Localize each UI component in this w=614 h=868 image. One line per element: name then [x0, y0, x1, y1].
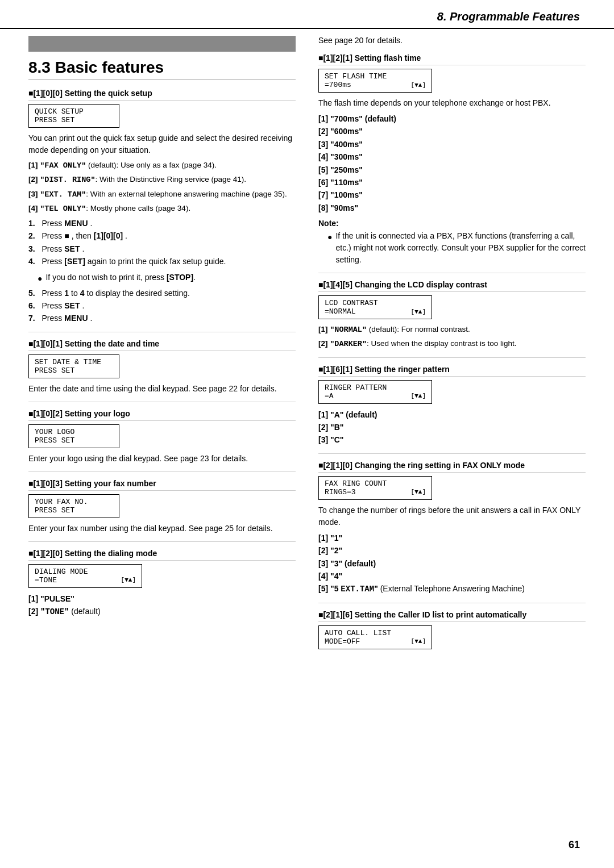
- logo-section: ■[1][0][2] Setting your logo YOUR LOGO P…: [28, 409, 296, 465]
- fax-number-line2: PRESS SET: [35, 506, 113, 515]
- auto-call-title: ■[2][1][6] Setting the Caller ID list to…: [318, 610, 586, 622]
- quick-setup-opt3: [3] "EXT. TAM": With an external telepho…: [28, 189, 296, 201]
- date-time-line2: PRESS SET: [35, 366, 113, 375]
- flash-opt4: [4] "300ms": [318, 151, 586, 163]
- fax-ring-display: FAX RING COUNT RINGS=3 [▼▲]: [318, 476, 432, 500]
- flash-time-display: SET FLASH TIME =700ms [▼▲]: [318, 69, 432, 93]
- see-page: See page 20 for details.: [318, 35, 586, 47]
- right-column: See page 20 for details. ■[1][2][1] Sett…: [318, 29, 586, 658]
- flash-time-section: ■[1][2][1] Setting flash time SET FLASH …: [318, 53, 586, 266]
- step-2: 2. Press ■, then [1][0][0].: [28, 229, 296, 242]
- lcd-contrast-display: LCD CONTRAST =NORMAL [▼▲]: [318, 295, 432, 319]
- logo-title: ■[1][0][2] Setting your logo: [28, 409, 296, 421]
- lcd-contrast-line2-row: =NORMAL [▼▲]: [325, 307, 426, 316]
- fax-ring-opt3: [3] "3" (default): [318, 557, 586, 570]
- lcd-contrast-value: =NORMAL: [325, 307, 356, 316]
- quick-setup-title: ■[1][0][0] Setting the quick setup: [28, 89, 296, 101]
- fax-ring-arrows: [▼▲]: [411, 489, 426, 495]
- flash-time-line2-row: =700ms [▼▲]: [325, 81, 426, 89]
- divider-2: [28, 402, 296, 402]
- ringer-pattern-arrows: [▼▲]: [411, 393, 426, 399]
- divider-3: [28, 471, 296, 472]
- dialing-mode-section: ■[1][2][0] Setting the dialing mode DIAL…: [28, 549, 296, 619]
- flash-opt8: [8] "90ms": [318, 202, 586, 214]
- ringer-pattern-section: ■[1][6][1] Setting the ringer pattern RI…: [318, 365, 586, 446]
- lcd-contrast-title: ■[1][4][5] Changing the LCD display cont…: [318, 280, 586, 292]
- dialing-mode-value: =TONE: [35, 576, 57, 585]
- auto-call-display: AUTO CALL. LIST MODE=OFF [▼▲]: [318, 625, 432, 649]
- step-7: 7. Press MENU.: [28, 312, 296, 324]
- fax-ring-body: To change the number of rings before the…: [318, 504, 586, 528]
- quick-setup-steps-cont: 5. Press 1 to 4 to display the desired s…: [28, 287, 296, 325]
- flash-note-dot: ●: [327, 231, 332, 266]
- date-time-title: ■[1][0][1] Setting the date and time: [28, 339, 296, 351]
- lcd-contrast-arrows: [▼▲]: [411, 308, 426, 315]
- lcd-contrast-line1: LCD CONTRAST: [325, 299, 426, 307]
- date-time-line1: SET DATE & TIME: [35, 358, 113, 366]
- fax-ring-opt1: [1] "1": [318, 532, 586, 544]
- ringer-pattern-display: RINGER PATTERN =A [▼▲]: [318, 380, 432, 404]
- fax-ring-opt5: [5] "5 EXT.TAM" (External Telephone Answ…: [318, 582, 586, 595]
- quick-setup-steps: 1. Press MENU. 2. Press ■, then [1][0][0…: [28, 217, 296, 268]
- divider-r2: [318, 357, 586, 358]
- ringer-pattern-line1: RINGER PATTERN: [325, 383, 426, 392]
- flash-time-value: =700ms: [325, 81, 351, 89]
- logo-line1: YOUR LOGO: [35, 428, 113, 436]
- flash-opt7: [7] "100ms": [318, 189, 586, 201]
- flash-opt6: [6] "110ms": [318, 176, 586, 189]
- section-gray-bar: [28, 36, 296, 52]
- fax-ring-value: RINGS=3: [325, 488, 356, 496]
- bullet-stop-text: If you do not wish to print it, press [S…: [45, 272, 196, 285]
- fax-number-line1: YOUR FAX NO.: [35, 498, 113, 506]
- quick-setup-display: QUICK SETUP PRESS SET: [28, 104, 119, 128]
- flash-time-arrows: [▼▲]: [411, 82, 426, 89]
- step-4: 4. Press [SET] again to print the quick …: [28, 255, 296, 268]
- section-main-title: 8.3 Basic features: [28, 59, 296, 80]
- fax-ring-section: ■[2][1][0] Changing the ring setting in …: [318, 461, 586, 596]
- logo-display: YOUR LOGO PRESS SET: [28, 424, 119, 448]
- flash-note-text: If the unit is connected via a PBX, PBX …: [335, 230, 586, 266]
- dialing-mode-title: ■[1][2][0] Setting the dialing mode: [28, 549, 296, 561]
- quick-setup-section: ■[1][0][0] Setting the quick setup QUICK…: [28, 89, 296, 325]
- dialing-mode-arrows: [▼▲]: [121, 577, 136, 583]
- divider-r1: [318, 273, 586, 273]
- quick-setup-opt2: [2] "DIST. RING": With the Distinctive R…: [28, 174, 296, 186]
- quick-setup-line1: QUICK SETUP: [35, 107, 113, 116]
- auto-call-value: MODE=OFF: [325, 637, 360, 646]
- ringer-pattern-value: =A: [325, 392, 334, 400]
- fax-number-section: ■[1][0][3] Setting your fax number YOUR …: [28, 479, 296, 535]
- ringer-opt3: [3] "C": [318, 433, 586, 446]
- quick-setup-body: You can print out the quick fax setup gu…: [28, 132, 296, 156]
- fax-ring-opt2: [2] "2": [318, 544, 586, 557]
- flash-note-bullet: ● If the unit is connected via a PBX, PB…: [327, 230, 586, 266]
- page-number: 61: [569, 839, 580, 851]
- divider-r3: [318, 453, 586, 454]
- auto-call-line2-row: MODE=OFF [▼▲]: [325, 637, 426, 646]
- logo-line2: PRESS SET: [35, 436, 113, 445]
- date-time-body: Enter the date and time using the dial k…: [28, 383, 296, 395]
- date-time-section: ■[1][0][1] Setting the date and time SET…: [28, 339, 296, 395]
- logo-body: Enter your logo using the dial keypad. S…: [28, 453, 296, 465]
- bullet-stop: ● If you do not wish to print it, press …: [38, 272, 296, 285]
- fax-ring-title: ■[2][1][0] Changing the ring setting in …: [318, 461, 586, 473]
- auto-call-arrows: [▼▲]: [411, 638, 426, 645]
- step-1: 1. Press MENU.: [28, 217, 296, 229]
- fax-number-title: ■[1][0][3] Setting your fax number: [28, 479, 296, 491]
- fax-ring-line2-row: RINGS=3 [▼▲]: [325, 488, 426, 496]
- lcd-contrast-section: ■[1][4][5] Changing the LCD display cont…: [318, 280, 586, 350]
- dialing-mode-display: DIALING MODE =TONE [▼▲]: [28, 564, 142, 588]
- flash-opt5: [5] "250ms": [318, 164, 586, 176]
- step-5: 5. Press 1 to 4 to display the desired s…: [28, 287, 296, 299]
- quick-setup-opt1: [1] "FAX ONLY" (default): Use only as a …: [28, 160, 296, 172]
- header-title: 8. Programmable Features: [437, 10, 580, 23]
- dialing-opt1: [1] "PULSE": [28, 592, 296, 605]
- ringer-pattern-line2-row: =A [▼▲]: [325, 392, 426, 400]
- flash-opt2: [2] "600ms": [318, 125, 586, 137]
- bullet-dot: ●: [38, 273, 42, 285]
- flash-opt3: [3] "400ms": [318, 138, 586, 151]
- flash-time-title: ■[1][2][1] Setting flash time: [318, 53, 586, 65]
- flash-time-line1: SET FLASH TIME: [325, 72, 426, 81]
- dialing-mode-line2-row: =TONE [▼▲]: [35, 576, 136, 585]
- page-header: 8. Programmable Features: [0, 0, 614, 29]
- quick-setup-line2: PRESS SET: [35, 116, 113, 124]
